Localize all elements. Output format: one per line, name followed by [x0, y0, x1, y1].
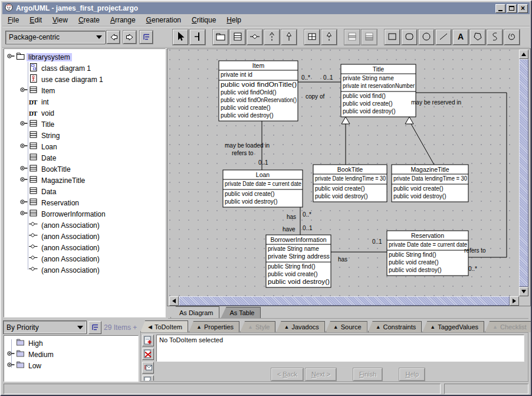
expand-handle-icon[interactable]	[19, 119, 28, 130]
close-button[interactable]: ×	[518, 4, 528, 13]
broom-tool-button[interactable]	[190, 30, 205, 45]
tree-item-loan[interactable]: Loan	[4, 141, 165, 152]
expand-handle-icon[interactable]	[19, 208, 28, 220]
circle-tool-button[interactable]	[419, 30, 434, 45]
tree-item-string[interactable]: String	[4, 130, 165, 141]
tab-source[interactable]: ▲Source	[326, 321, 367, 332]
tree-item-reservation[interactable]: Reservation	[4, 197, 165, 208]
tab-javadocs[interactable]: ▲Javadocs	[276, 321, 324, 332]
menu-edit[interactable]: Edit	[24, 15, 47, 25]
back-button[interactable]: < Back	[271, 368, 303, 381]
maximize-button[interactable]	[507, 4, 517, 13]
snooze-todo-button[interactable]	[142, 375, 154, 381]
tree-layout-button[interactable]	[140, 31, 153, 44]
menu-arrange[interactable]: Arrange	[105, 15, 141, 25]
tree-item-anon-association[interactable]: (anon Association)	[4, 220, 165, 231]
polygon-tool-button[interactable]	[470, 30, 485, 45]
perspective-combo[interactable]: Package-centric	[6, 31, 105, 44]
select-tool-button[interactable]	[173, 30, 188, 45]
tree-item-borrowerinformation[interactable]: BorrowerInformation	[4, 208, 165, 220]
tab-checklist[interactable]: ▲Checklist	[485, 321, 532, 332]
nav-forward-button[interactable]	[123, 31, 136, 44]
class-tool-button[interactable]	[230, 30, 245, 45]
todo-item-medium[interactable]: Medium	[4, 349, 138, 360]
scroll-right-button[interactable]	[510, 296, 519, 306]
uml-class-magazinetitle[interactable]: MagazineTitleprivate Data lendingTime = …	[392, 165, 468, 202]
todo-item-low[interactable]: Low	[4, 360, 138, 371]
uml-class-loan[interactable]: Loanprivate Date date = current datepubl…	[223, 170, 303, 207]
uml-class-borrowerinformation[interactable]: BorrowerInformationprivate String namepr…	[266, 235, 331, 287]
operation-tool-button[interactable]	[362, 30, 377, 45]
tab-as-diagram[interactable]: As Diagram	[170, 306, 219, 318]
menu-file[interactable]: File	[2, 15, 24, 25]
nav-back-button[interactable]	[107, 31, 120, 44]
menu-critique[interactable]: Critique	[186, 15, 221, 25]
tree-item-librarysystem[interactable]: librarysystem	[4, 51, 165, 63]
expand-handle-icon[interactable]	[19, 197, 28, 208]
tree-item-data[interactable]: Data	[4, 186, 165, 197]
tree-item-int[interactable]: DT int	[4, 96, 165, 107]
tree-item-title[interactable]: Title	[4, 119, 165, 130]
tree-item-anon-association[interactable]: (anon Association)	[4, 264, 165, 276]
expand-handle-icon[interactable]	[6, 349, 15, 360]
delete-todo-button[interactable]	[142, 348, 154, 360]
expand-handle-icon[interactable]	[19, 175, 28, 186]
tab-as-table[interactable]: As Table	[221, 307, 261, 318]
tab-properties[interactable]: ▲Properties	[189, 321, 239, 332]
email-todo-button[interactable]	[142, 362, 154, 374]
tab-todoitem[interactable]: ◀ToDoItem	[140, 320, 188, 332]
menu-help[interactable]: Help	[221, 15, 247, 25]
tree-item-item[interactable]: Item	[4, 85, 165, 96]
tree-item-anon-association[interactable]: (anon Association)	[4, 231, 165, 242]
uml-class-booktitle[interactable]: BookTitleprivate Date lendingTime = 30pu…	[313, 165, 387, 202]
association-tool-button[interactable]	[247, 30, 262, 45]
tab-taggedvalues[interactable]: ▲TaggedValues	[422, 321, 484, 332]
help-button[interactable]: Help	[399, 368, 425, 381]
todo-item-high[interactable]: High	[4, 338, 138, 349]
ink-tool-button[interactable]	[504, 30, 520, 45]
menu-generation[interactable]: Generation	[141, 15, 186, 25]
package-tool-button[interactable]	[213, 30, 228, 45]
line-tool-button[interactable]	[436, 30, 451, 45]
uml-class-reservation[interactable]: Reservationprivate Date date = current d…	[387, 231, 468, 276]
tree-item-magazinetitle[interactable]: MagazineTitle	[4, 175, 165, 186]
tree-item-class-diagram-1[interactable]: class diagram 1	[4, 63, 165, 74]
tree-item-anon-association[interactable]: (anon Association)	[4, 253, 165, 264]
spline-tool-button[interactable]	[487, 30, 503, 45]
next-button[interactable]: Next >	[306, 368, 336, 381]
tree-item-void[interactable]: DT void	[4, 107, 165, 119]
uml-class-item[interactable]: Itemprivate int idpublic void findOnTitl…	[219, 61, 298, 121]
tab-style[interactable]: ▲Style	[240, 321, 275, 332]
expand-handle-icon[interactable]	[19, 163, 28, 175]
todo-tree-layout-button[interactable]	[88, 321, 101, 334]
text-tool-button[interactable]: A	[453, 30, 468, 45]
rounded-rectangle-tool-button[interactable]	[402, 30, 417, 45]
attribute-tool-button[interactable]	[344, 30, 360, 45]
finish-button[interactable]: Finish	[353, 368, 382, 381]
expand-handle-icon[interactable]	[6, 360, 15, 371]
uml-class-title[interactable]: Titleprivate String nameprivate int rese…	[341, 64, 416, 117]
menu-view[interactable]: View	[47, 15, 73, 25]
expand-handle-icon[interactable]	[19, 141, 28, 152]
scroll-left-button[interactable]	[169, 296, 179, 306]
horizontal-scrollbar[interactable]	[169, 296, 519, 306]
todo-perspective-combo[interactable]: By Priority	[4, 321, 86, 333]
vertical-scroll-thumb[interactable]	[519, 59, 528, 287]
diagram-canvas[interactable]: Itemprivate int idpublic void findOnTitl…	[169, 50, 518, 296]
minimize-button[interactable]	[495, 4, 505, 13]
vertical-scrollbar[interactable]	[519, 50, 528, 296]
tab-constraints[interactable]: ▲Constraints	[368, 321, 422, 332]
tree-item-use-case-diagram-1[interactable]: use case diagram 1	[4, 74, 165, 85]
scroll-up-button[interactable]	[519, 50, 528, 59]
menu-create[interactable]: Create	[73, 15, 105, 25]
generalization-tool-button[interactable]	[281, 30, 297, 45]
rectangle-tool-button[interactable]	[385, 30, 400, 45]
tree-item-anon-association[interactable]: (anon Association)	[4, 242, 165, 253]
tree-item-booktitle[interactable]: BookTitle	[4, 163, 165, 175]
new-todo-button[interactable]	[142, 335, 154, 346]
expand-handle-icon[interactable]	[6, 51, 15, 63]
dependency-tool-button[interactable]	[264, 30, 280, 45]
horizontal-scroll-thumb[interactable]	[179, 296, 510, 306]
composite-tool-button[interactable]	[304, 30, 320, 45]
scroll-down-button[interactable]	[519, 287, 528, 296]
